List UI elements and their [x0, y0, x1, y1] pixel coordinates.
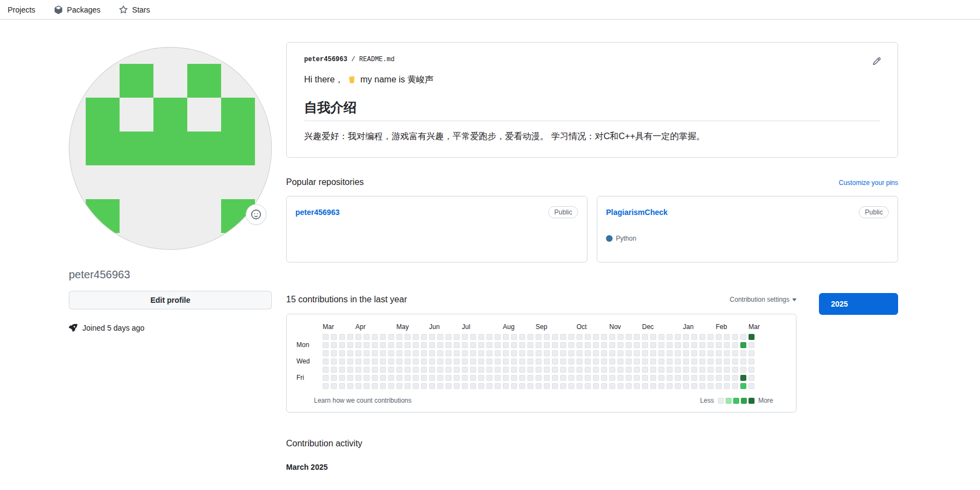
contribution-cell[interactable] [626, 367, 632, 373]
contribution-cell[interactable] [462, 342, 468, 348]
contribution-cell[interactable] [683, 383, 689, 389]
contribution-cell[interactable] [568, 342, 574, 348]
contribution-cell[interactable] [339, 358, 345, 364]
contribution-cell[interactable] [585, 375, 591, 381]
contribution-cell[interactable] [544, 342, 550, 348]
contribution-cell[interactable] [560, 367, 566, 373]
contribution-cell[interactable] [429, 358, 435, 364]
contribution-cell[interactable] [740, 383, 746, 389]
contribution-cell[interactable] [601, 383, 607, 389]
contribution-cell[interactable] [749, 375, 755, 381]
contribution-cell[interactable] [568, 367, 574, 373]
contribution-cell[interactable] [577, 358, 583, 364]
contribution-cell[interactable] [503, 375, 509, 381]
contribution-cell[interactable] [708, 375, 714, 381]
contribution-cell[interactable] [601, 358, 607, 364]
contribution-cell[interactable] [413, 367, 419, 373]
contribution-cell[interactable] [527, 367, 533, 373]
contribution-cell[interactable] [331, 383, 337, 389]
contribution-cell[interactable] [355, 334, 361, 340]
contribution-cell[interactable] [380, 334, 386, 340]
contribution-cell[interactable] [372, 375, 378, 381]
contribution-cell[interactable] [372, 358, 378, 364]
contribution-cell[interactable] [626, 342, 632, 348]
contribution-cell[interactable] [331, 358, 337, 364]
contribution-cell[interactable] [347, 350, 353, 356]
contribution-cell[interactable] [454, 367, 460, 373]
contribution-cell[interactable] [552, 358, 558, 364]
edit-profile-button[interactable]: Edit profile [69, 291, 272, 309]
contribution-cell[interactable] [380, 375, 386, 381]
contribution-cell[interactable] [355, 358, 361, 364]
contribution-cell[interactable] [650, 334, 656, 340]
contribution-cell[interactable] [396, 367, 402, 373]
contribution-cell[interactable] [495, 342, 501, 348]
contribution-cell[interactable] [446, 342, 452, 348]
set-status-button[interactable] [246, 204, 266, 225]
contribution-cell[interactable] [585, 350, 591, 356]
contribution-cell[interactable] [724, 375, 730, 381]
contribution-cell[interactable] [437, 367, 443, 373]
contribution-cell[interactable] [355, 342, 361, 348]
contribution-cell[interactable] [568, 383, 574, 389]
contribution-cell[interactable] [552, 342, 558, 348]
contribution-cell[interactable] [708, 342, 714, 348]
contribution-cell[interactable] [437, 358, 443, 364]
contribution-cell[interactable] [601, 350, 607, 356]
contribution-cell[interactable] [454, 383, 460, 389]
contribution-cell[interactable] [691, 342, 697, 348]
tab-stars[interactable]: Stars [117, 5, 152, 14]
contribution-cell[interactable] [396, 350, 402, 356]
contribution-cell[interactable] [658, 383, 664, 389]
contribution-cell[interactable] [617, 375, 623, 381]
contribution-cell[interactable] [331, 334, 337, 340]
contribution-cell[interactable] [658, 367, 664, 373]
contribution-cell[interactable] [683, 350, 689, 356]
contribution-cell[interactable] [511, 358, 517, 364]
contribution-cell[interactable] [364, 358, 370, 364]
contribution-cell[interactable] [691, 383, 697, 389]
contribution-cell[interactable] [593, 383, 599, 389]
contribution-cell[interactable] [519, 350, 525, 356]
contribution-cell[interactable] [388, 367, 394, 373]
contribution-cell[interactable] [601, 342, 607, 348]
contribution-cell[interactable] [347, 342, 353, 348]
contribution-cell[interactable] [347, 383, 353, 389]
contribution-cell[interactable] [536, 342, 542, 348]
contribution-cell[interactable] [462, 350, 468, 356]
contribution-cell[interactable] [372, 342, 378, 348]
contribution-cell[interactable] [372, 383, 378, 389]
contribution-cell[interactable] [339, 375, 345, 381]
contribution-cell[interactable] [708, 367, 714, 373]
contribution-cell[interactable] [421, 342, 427, 348]
contribution-cell[interactable] [437, 342, 443, 348]
contribution-cell[interactable] [429, 334, 435, 340]
contribution-cell[interactable] [699, 350, 705, 356]
contribution-cell[interactable] [626, 350, 632, 356]
contribution-cell[interactable] [511, 350, 517, 356]
contribution-cell[interactable] [617, 342, 623, 348]
contribution-cell[interactable] [601, 375, 607, 381]
contribution-cell[interactable] [626, 375, 632, 381]
contribution-cell[interactable] [486, 367, 492, 373]
contribution-cell[interactable] [593, 350, 599, 356]
contribution-cell[interactable] [323, 358, 329, 364]
contribution-cell[interactable] [421, 350, 427, 356]
contribution-cell[interactable] [527, 334, 533, 340]
contribution-cell[interactable] [716, 342, 722, 348]
contribution-cell[interactable] [740, 350, 746, 356]
contribution-cell[interactable] [544, 350, 550, 356]
contribution-cell[interactable] [683, 367, 689, 373]
tab-packages[interactable]: Packages [52, 5, 103, 14]
contribution-cell[interactable] [405, 334, 411, 340]
contribution-cell[interactable] [609, 358, 615, 364]
contribution-cell[interactable] [511, 367, 517, 373]
contribution-cell[interactable] [716, 375, 722, 381]
contribution-cell[interactable] [380, 342, 386, 348]
contribution-cell[interactable] [634, 383, 640, 389]
contribution-cell[interactable] [724, 350, 730, 356]
contribution-cell[interactable] [708, 358, 714, 364]
contribution-cell[interactable] [388, 334, 394, 340]
contribution-cell[interactable] [716, 334, 722, 340]
contribution-cell[interactable] [560, 383, 566, 389]
